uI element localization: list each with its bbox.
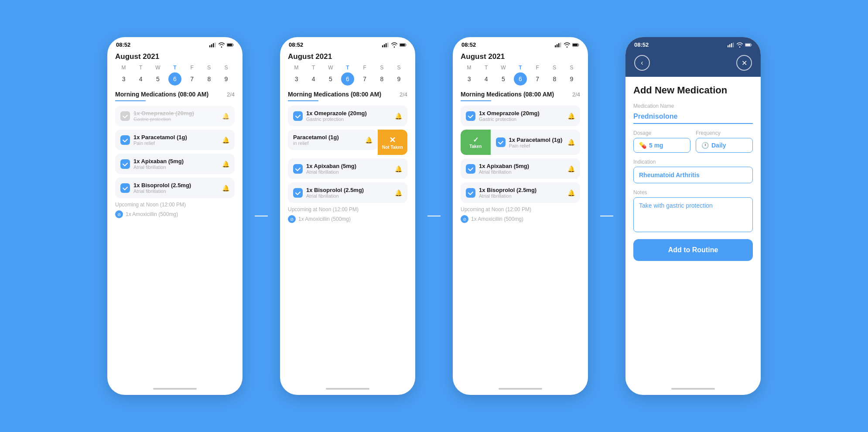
battery-icon-2 [400, 42, 407, 48]
status-icons-4 [728, 42, 752, 48]
dosage-value: 5 mg [649, 142, 663, 149]
dosage-group: Dosage 💊 5 mg [633, 130, 690, 153]
med-name-label: Medication Name [633, 103, 753, 109]
dosage-frequency-row: Dosage 💊 5 mg Frequency 🕐 Daily [633, 130, 753, 153]
svg-rect-21 [733, 42, 734, 47]
check-biso-2[interactable] [293, 188, 303, 198]
med-name-biso-1: 1x Bisoprolol (2.5mg) [133, 182, 219, 189]
signal-icon-4 [728, 42, 735, 48]
status-icons-2 [382, 42, 407, 48]
svg-rect-0 [209, 45, 210, 47]
status-bar-1: 08:52 [107, 37, 243, 50]
svg-rect-17 [573, 44, 578, 46]
med-info-para-3: 1x Paracetamol (1g) Pain relief [509, 137, 564, 148]
close-button[interactable]: ✕ [736, 55, 752, 71]
med-card-biso-3[interactable]: 1x Bisoprolol (2.5mg) Atrial fibrillatio… [461, 182, 580, 203]
med-card-omeprazole-1[interactable]: 1x Omeprazole (20mg) Gastric protection … [115, 106, 235, 126]
battery-icon-3 [572, 42, 579, 48]
med-card-api-2[interactable]: 1x Apixaban (5mg) Atrial fibrillation 🔔 [288, 158, 407, 179]
svg-rect-18 [728, 45, 728, 47]
svg-rect-3 [215, 42, 215, 47]
med-sub-biso-3: Atrial fibrillation [479, 193, 564, 199]
check-para-1[interactable] [120, 135, 130, 145]
bell-omeprazole-1: 🔔 [222, 113, 229, 120]
bell-api-1: 🔔 [222, 161, 229, 168]
med-sub-api-1: Atrial fibrillation [133, 165, 219, 170]
med-info-biso-2: 1x Bisoprolol (2.5mg) Atrial fibrillatio… [306, 187, 391, 199]
section-header-3: Morning Medications (08:00 AM) 2/4 [461, 91, 580, 98]
dark-status-bar: 08:52 [625, 37, 761, 51]
phone-1: 08:52 August 2021 M T W T F S S 3 4 5 [107, 37, 243, 395]
home-indicator-2 [326, 388, 369, 390]
check-para-3[interactable] [496, 137, 506, 147]
med-sub-biso-1: Atrial fibrillation [133, 189, 219, 194]
para-taken-row[interactable]: ✓ Taken 1x Paracetamol (1g) Pain relief … [461, 130, 580, 155]
calendar-dates-1: 3 4 5 6 7 8 9 [115, 72, 235, 86]
med-name-omeprazole-1: 1x Omeprazole (20mg) [133, 110, 219, 117]
med-info-biso-1: 1x Bisoprolol (2.5mg) Atrial fibrillatio… [133, 182, 219, 194]
section-title-3: Morning Medications (08:00 AM) [461, 91, 554, 98]
dosage-pill[interactable]: 💊 5 mg [633, 138, 690, 153]
med-sub-omeprazole-2: Gastric protection [306, 117, 391, 122]
med-card-biso-2[interactable]: 1x Bisoprolol (2.5mg) Atrial fibrillatio… [288, 182, 407, 203]
wifi-icon-4 [736, 42, 743, 48]
bell-biso-3: 🔔 [567, 189, 575, 196]
check-biso-1[interactable] [120, 183, 130, 193]
blocked-icon-1: ⊘ [115, 210, 123, 218]
med-card-para-1[interactable]: 1x Paracetamol (1g) Pain relief 🔔 [115, 130, 235, 150]
section-count-2: 2/4 [400, 91, 407, 98]
swipe-card-para-2[interactable]: ✕ Not Taken Paracetamol (1g) in relief 🔔 [288, 130, 407, 155]
med-name-input[interactable] [633, 111, 753, 124]
signal-icon [209, 42, 216, 48]
svg-rect-5 [227, 44, 232, 46]
svg-rect-6 [382, 45, 383, 47]
check-omeprazole-3[interactable] [466, 111, 475, 121]
check-omeprazole-1[interactable] [120, 111, 130, 121]
not-taken-badge[interactable]: ✕ Not Taken [378, 130, 408, 155]
not-taken-label: Not Taken [382, 145, 403, 150]
check-omeprazole-2[interactable] [293, 111, 303, 121]
bell-api-2: 🔔 [395, 165, 402, 172]
indication-box[interactable]: Rheumatoid Arthritis [633, 167, 753, 183]
upcoming-item-3: ⊘ 1x Amoxicillin (500mg) [461, 215, 580, 223]
phone-content-2: August 2021 MTW T FSS 3 4 5 6 7 8 9 Morn… [280, 50, 415, 384]
med-sub-api-2: Atrial fibrillation [306, 169, 391, 175]
med-name-biso-2: 1x Bisoprolol (2.5mg) [306, 187, 391, 193]
phone-4: 08:52 ‹ ✕ Add New Medication Medication … [625, 37, 761, 395]
upcoming-text-3: 1x Amoxicillin (500mg) [471, 216, 523, 222]
add-routine-button[interactable]: Add to Routine [633, 239, 753, 261]
med-name-omeprazole-2: 1x Omeprazole (20mg) [306, 110, 391, 117]
taken-badge: ✓ Taken [461, 130, 491, 155]
back-button[interactable]: ‹ [634, 55, 650, 71]
home-indicator-1 [153, 388, 197, 390]
med-card-api-3[interactable]: 1x Apixaban (5mg) Atrial fibrillation 🔔 [461, 158, 580, 179]
frequency-pill[interactable]: 🕐 Daily [696, 138, 753, 153]
check-api-3[interactable] [466, 164, 475, 174]
med-sub-para-2: in relief [293, 141, 362, 146]
connector-1-2 [255, 216, 268, 216]
med-sub-para-1: Pain relief [133, 141, 219, 146]
time-3: 08:52 [461, 41, 476, 48]
check-biso-3[interactable] [466, 188, 475, 198]
med-info-omeprazole-1: 1x Omeprazole (20mg) Gastric protection [133, 110, 219, 122]
med-card-api-1[interactable]: 1x Apixaban (5mg) Atrial fibrillation 🔔 [115, 154, 235, 174]
notes-value: Take with gastric protection [639, 202, 713, 209]
med-card-biso-1[interactable]: 1x Bisoprolol (2.5mg) Atrial fibrillatio… [115, 178, 235, 198]
med-info-api-3: 1x Apixaban (5mg) Atrial fibrillation [479, 163, 564, 175]
section-title-1: Morning Medications (08:00 AM) [115, 91, 208, 98]
bell-para-1: 🔔 [222, 137, 229, 144]
x-icon: ✕ [389, 135, 396, 145]
check-api-1[interactable] [120, 159, 130, 169]
med-card-omeprazole-2[interactable]: 1x Omeprazole (20mg) Gastric protection … [288, 106, 407, 126]
dosage-label: Dosage [633, 130, 690, 136]
time-4: 08:52 [634, 41, 649, 48]
med-card-omeprazole-3[interactable]: 1x Omeprazole (20mg) Gastric protection … [461, 106, 580, 126]
close-icon: ✕ [742, 59, 747, 67]
notes-box[interactable]: Take with gastric protection [633, 197, 753, 232]
svg-rect-14 [558, 43, 559, 48]
med-name-api-3: 1x Apixaban (5mg) [479, 163, 564, 169]
svg-rect-9 [387, 42, 388, 47]
svg-rect-8 [386, 43, 386, 48]
svg-rect-23 [745, 44, 750, 46]
check-api-2[interactable] [293, 164, 303, 174]
